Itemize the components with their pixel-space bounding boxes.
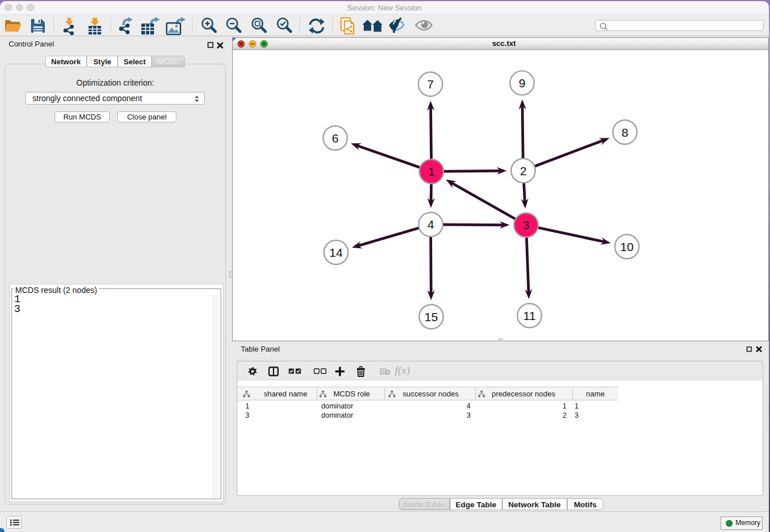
svg-text:4: 4: [428, 218, 434, 231]
svg-text:1: 1: [428, 165, 435, 178]
svg-text:2: 2: [520, 164, 527, 177]
svg-text:14: 14: [329, 245, 343, 259]
svg-text:10: 10: [620, 240, 633, 253]
svg-text:15: 15: [425, 310, 438, 323]
svg-text:7: 7: [427, 78, 434, 91]
svg-text:11: 11: [523, 309, 536, 322]
svg-text:6: 6: [332, 131, 339, 144]
svg-text:9: 9: [519, 76, 526, 89]
svg-text:8: 8: [622, 125, 629, 138]
svg-text:3: 3: [523, 218, 530, 232]
